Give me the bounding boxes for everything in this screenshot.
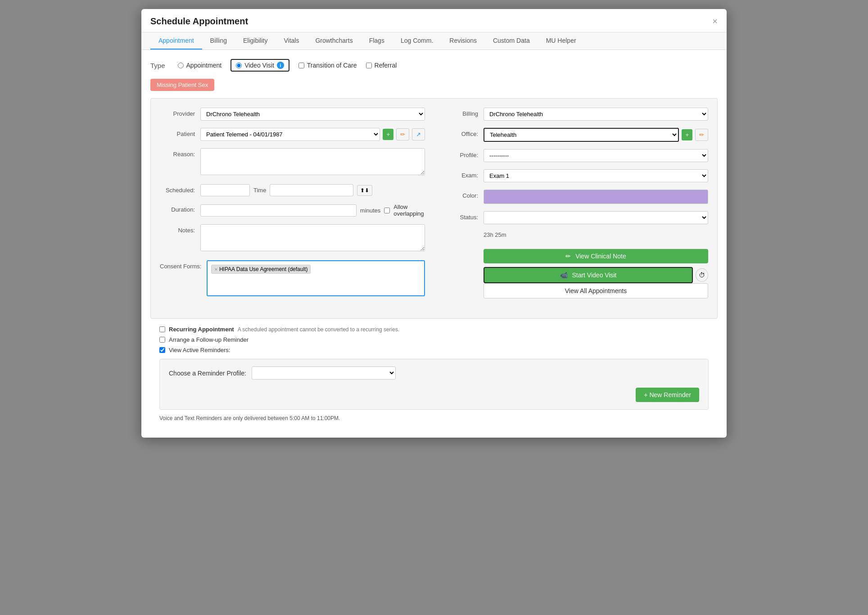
- new-reminder-button[interactable]: + New Reminder: [636, 388, 699, 402]
- link-patient-button[interactable]: ↗: [412, 128, 425, 140]
- patient-label: Patient: [160, 128, 200, 137]
- checkbox-transition-of-care[interactable]: Transition of Care: [298, 62, 357, 69]
- tab-flags[interactable]: Flags: [361, 32, 393, 50]
- patient-row: Patient Patient Telemed - 04/01/1987 + ✏…: [160, 128, 425, 141]
- view-active-row[interactable]: View Active Reminders:: [159, 347, 709, 353]
- view-all-appointments-button[interactable]: View All Appointments: [484, 283, 708, 298]
- color-label: Color:: [443, 190, 484, 199]
- tab-billing[interactable]: Billing: [202, 32, 235, 50]
- consent-tag-remove[interactable]: ×: [214, 267, 217, 272]
- patient-select[interactable]: Patient Telemed - 04/01/1987: [200, 128, 380, 141]
- edit-icon: ✏: [565, 253, 571, 260]
- time-remaining-row: 23h 25m: [443, 231, 708, 242]
- edit-office-button[interactable]: ✏: [695, 129, 708, 141]
- view-clinical-note-button[interactable]: ✏ View Clinical Note: [484, 249, 708, 263]
- type-label: Type: [150, 62, 165, 69]
- edit-patient-button[interactable]: ✏: [396, 128, 409, 140]
- duration-row: Duration: 30 minutes Allow overlapping: [160, 203, 425, 217]
- add-office-button[interactable]: +: [682, 129, 692, 140]
- reminder-profile-row: Choose a Reminder Profile:: [169, 366, 699, 380]
- office-select[interactable]: Telehealth: [484, 128, 679, 142]
- time-remaining: 23h 25m: [484, 231, 708, 238]
- profile-label: Profile:: [443, 149, 484, 158]
- scheduled-row: Scheduled: 05/05/2020 Time 09:20AM ⬆⬇: [160, 184, 425, 196]
- schedule-appointment-modal: Schedule Appointment × Appointment Billi…: [141, 9, 727, 438]
- tabs-bar: Appointment Billing Eligibility Vitals G…: [141, 32, 727, 50]
- add-patient-button[interactable]: +: [383, 129, 393, 140]
- tab-revisions[interactable]: Revisions: [441, 32, 485, 50]
- tab-muhelper[interactable]: MU Helper: [538, 32, 584, 50]
- billing-row: Billing DrChrono Telehealth: [443, 108, 708, 121]
- tab-eligibility[interactable]: Eligibility: [235, 32, 276, 50]
- status-label: Status:: [443, 211, 484, 221]
- recurring-label: Recurring Appointment: [169, 326, 234, 333]
- minutes-label: minutes: [360, 207, 381, 214]
- radio-group: Appointment Video Visit i Transition of …: [178, 59, 397, 72]
- time-stepper[interactable]: ⬆⬇: [357, 185, 372, 196]
- provider-label: Provider: [160, 108, 200, 117]
- duration-input[interactable]: 30: [200, 204, 357, 217]
- follow-up-row[interactable]: Arrange a Follow-up Reminder: [159, 336, 709, 343]
- tab-growthcharts[interactable]: Growthcharts: [307, 32, 361, 50]
- profile-row: Profile: ----------: [443, 149, 708, 162]
- form-left-column: Provider DrChrono Telehealth Patient Pat…: [160, 108, 425, 309]
- clock-button[interactable]: ⏱: [696, 268, 708, 282]
- color-picker[interactable]: [484, 190, 708, 204]
- consent-forms-input[interactable]: × HIPAA Data Use Agreement (default): [207, 260, 425, 296]
- notes-label: Notes:: [160, 224, 200, 234]
- allow-overlapping-label: Allow overlapping: [393, 203, 425, 217]
- consent-forms-label: Consent Forms:: [160, 260, 207, 270]
- profile-select[interactable]: ----------: [484, 149, 708, 162]
- office-row: Office: Telehealth + ✏: [443, 128, 708, 142]
- missing-patient-sex-badge: Missing Patient Sex: [150, 79, 214, 91]
- modal-header: Schedule Appointment ×: [141, 9, 727, 32]
- billing-label: Billing: [443, 108, 484, 117]
- modal-title: Schedule Appointment: [150, 16, 248, 32]
- allow-overlapping-checkbox[interactable]: [384, 208, 390, 213]
- type-row: Type Appointment Video Visit i Transitio…: [150, 59, 718, 72]
- provider-select[interactable]: DrChrono Telehealth: [200, 108, 425, 121]
- exam-label: Exam:: [443, 169, 484, 179]
- exam-select[interactable]: Exam 1: [484, 169, 708, 182]
- view-active-label: View Active Reminders:: [169, 347, 230, 353]
- tab-appointment[interactable]: Appointment: [150, 32, 202, 50]
- view-active-checkbox[interactable]: [159, 347, 165, 353]
- recurring-checkbox[interactable]: [159, 326, 165, 332]
- recurring-note: A scheduled appointment cannot be conver…: [238, 326, 400, 333]
- close-button[interactable]: ×: [712, 16, 718, 32]
- exam-row: Exam: Exam 1: [443, 169, 708, 182]
- consent-tag: × HIPAA Data Use Agreement (default): [211, 265, 311, 274]
- form-right-column: Billing DrChrono Telehealth Office: Tele…: [443, 108, 708, 309]
- tab-logcomm[interactable]: Log Comm.: [393, 32, 441, 50]
- bottom-section: Recurring Appointment A scheduled appoin…: [150, 319, 718, 429]
- follow-up-label: Arrange a Follow-up Reminder: [169, 336, 249, 343]
- reason-label: Reason:: [160, 148, 200, 158]
- reason-row: Reason:: [160, 148, 425, 177]
- duration-label: Duration:: [160, 203, 200, 213]
- status-select[interactable]: [484, 211, 708, 224]
- start-video-visit-button[interactable]: 📹 Start Video Visit: [484, 267, 693, 283]
- radio-appointment[interactable]: Appointment: [178, 62, 222, 69]
- follow-up-checkbox[interactable]: [159, 337, 165, 343]
- reminder-section: Choose a Reminder Profile: + New Reminde…: [159, 359, 709, 410]
- tab-vitals[interactable]: Vitals: [276, 32, 307, 50]
- voice-note: Voice and Text Reminders are only delive…: [159, 415, 709, 421]
- billing-select[interactable]: DrChrono Telehealth: [484, 108, 708, 121]
- consent-tag-label: HIPAA Data Use Agreement (default): [219, 266, 308, 272]
- action-buttons-row: ✏ View Clinical Note 📹 Start Video Visit…: [443, 249, 708, 302]
- scheduled-date-input[interactable]: 05/05/2020: [200, 184, 250, 196]
- reminder-profile-select[interactable]: [252, 366, 396, 380]
- reason-textarea[interactable]: [200, 148, 425, 175]
- appointment-form: Provider DrChrono Telehealth Patient Pat…: [150, 98, 718, 319]
- checkbox-referral[interactable]: Referral: [366, 62, 397, 69]
- radio-video-visit[interactable]: Video Visit i: [231, 59, 289, 72]
- notes-textarea[interactable]: [200, 224, 425, 251]
- recurring-row[interactable]: Recurring Appointment A scheduled appoin…: [159, 326, 709, 333]
- color-row: Color:: [443, 190, 708, 204]
- tab-customdata[interactable]: Custom Data: [485, 32, 538, 50]
- office-label: Office:: [443, 128, 484, 137]
- time-label: Time: [253, 187, 266, 194]
- scheduled-time-input[interactable]: 09:20AM: [270, 184, 353, 196]
- notes-row: Notes:: [160, 224, 425, 253]
- info-icon[interactable]: i: [277, 62, 284, 69]
